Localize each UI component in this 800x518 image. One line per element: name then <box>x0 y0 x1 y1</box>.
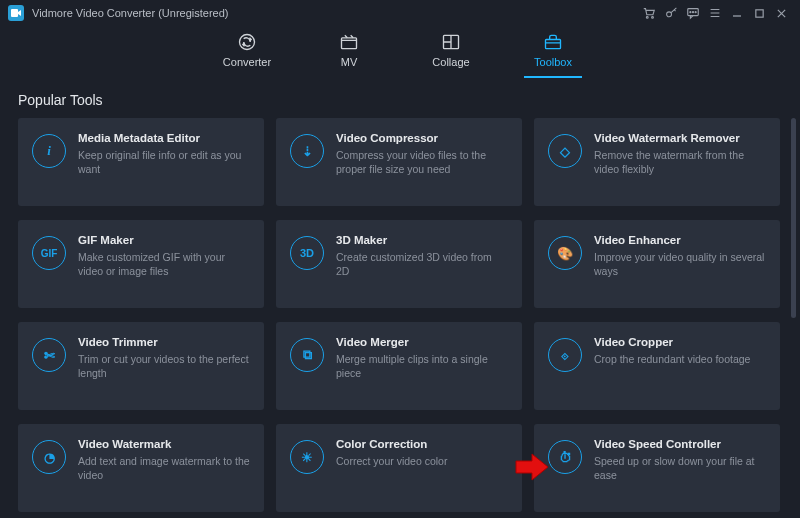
menu-icon[interactable] <box>704 2 726 24</box>
tool-title: Video Speed Controller <box>594 438 766 450</box>
svg-rect-0 <box>11 9 18 17</box>
svg-point-3 <box>666 11 671 16</box>
converter-icon <box>236 32 258 52</box>
nav-converter[interactable]: Converter <box>218 32 276 78</box>
tool-title: Video Enhancer <box>594 234 766 246</box>
svg-point-9 <box>240 35 255 50</box>
tool-desc: Add text and image watermark to the vide… <box>78 454 250 482</box>
nav-mv[interactable]: MV <box>320 32 378 78</box>
watermark-icon: ◔ <box>32 440 66 474</box>
gif-icon: GIF <box>32 236 66 270</box>
tool-media-metadata-editor[interactable]: i Media Metadata EditorKeep original fil… <box>18 118 264 206</box>
tool-title: Video Cropper <box>594 336 766 348</box>
app-logo-icon <box>8 5 24 21</box>
tool-desc: Compress your video files to the proper … <box>336 148 508 176</box>
tool-title: Color Correction <box>336 438 508 450</box>
tool-title: Video Merger <box>336 336 508 348</box>
cart-icon[interactable] <box>638 2 660 24</box>
nav-label: Toolbox <box>534 56 572 68</box>
info-icon: i <box>32 134 66 168</box>
collage-icon <box>440 32 462 52</box>
tool-video-watermark-remover[interactable]: ◇ Video Watermark RemoverRemove the wate… <box>534 118 780 206</box>
three-d-icon: 3D <box>290 236 324 270</box>
tool-video-merger[interactable]: ⧉ Video MergerMerge multiple clips into … <box>276 322 522 410</box>
tool-video-cropper[interactable]: ⟐ Video CropperCrop the redundant video … <box>534 322 780 410</box>
titlebar: Vidmore Video Converter (Unregistered) <box>0 0 800 26</box>
svg-point-5 <box>690 12 691 13</box>
compress-icon: ⇣ <box>290 134 324 168</box>
tool-desc: Correct your video color <box>336 454 508 468</box>
tool-title: Video Trimmer <box>78 336 250 348</box>
svg-point-7 <box>695 12 696 13</box>
tool-desc: Crop the redundant video footage <box>594 352 766 366</box>
tool-title: 3D Maker <box>336 234 508 246</box>
speed-icon: ⏱ <box>548 440 582 474</box>
svg-rect-8 <box>755 9 762 16</box>
merge-icon: ⧉ <box>290 338 324 372</box>
nav-label: Collage <box>432 56 469 68</box>
tool-desc: Trim or cut your videos to the perfect l… <box>78 352 250 380</box>
svg-rect-12 <box>546 40 561 49</box>
tool-desc: Merge multiple clips into a single piece <box>336 352 508 380</box>
tool-desc: Create customized 3D video from 2D <box>336 250 508 278</box>
tool-title: Video Watermark Remover <box>594 132 766 144</box>
nav-collage[interactable]: Collage <box>422 32 480 78</box>
svg-rect-10 <box>342 38 357 49</box>
tool-color-correction[interactable]: ☀ Color CorrectionCorrect your video col… <box>276 424 522 512</box>
scrollbar[interactable] <box>791 118 796 318</box>
tool-title: Video Compressor <box>336 132 508 144</box>
tool-gif-maker[interactable]: GIF GIF MakerMake customized GIF with yo… <box>18 220 264 308</box>
maximize-icon[interactable] <box>748 2 770 24</box>
color-icon: ☀ <box>290 440 324 474</box>
main-nav: Converter MV Collage Toolbox <box>0 26 800 78</box>
tools-grid: i Media Metadata EditorKeep original fil… <box>18 118 788 514</box>
nav-label: Converter <box>223 56 271 68</box>
tool-video-trimmer[interactable]: ✄ Video TrimmerTrim or cut your videos t… <box>18 322 264 410</box>
svg-point-1 <box>646 17 648 19</box>
scissors-icon: ✄ <box>32 338 66 372</box>
nav-toolbox[interactable]: Toolbox <box>524 32 582 78</box>
tool-desc: Speed up or slow down your file at ease <box>594 454 766 482</box>
mv-icon <box>338 32 360 52</box>
watermark-remove-icon: ◇ <box>548 134 582 168</box>
tool-desc: Make customized GIF with your video or i… <box>78 250 250 278</box>
tool-3d-maker[interactable]: 3D 3D MakerCreate customized 3D video fr… <box>276 220 522 308</box>
app-title: Vidmore Video Converter (Unregistered) <box>32 7 228 19</box>
close-icon[interactable] <box>770 2 792 24</box>
svg-point-2 <box>652 17 654 19</box>
tool-title: GIF Maker <box>78 234 250 246</box>
nav-label: MV <box>341 56 358 68</box>
tool-video-speed-controller[interactable]: ⏱ Video Speed ControllerSpeed up or slow… <box>534 424 780 512</box>
tool-desc: Keep original file info or edit as you w… <box>78 148 250 176</box>
svg-point-6 <box>692 12 693 13</box>
tool-desc: Remove the watermark from the video flex… <box>594 148 766 176</box>
tool-video-enhancer[interactable]: 🎨 Video EnhancerImprove your video quali… <box>534 220 780 308</box>
tool-desc: Improve your video quality in several wa… <box>594 250 766 278</box>
feedback-icon[interactable] <box>682 2 704 24</box>
enhance-icon: 🎨 <box>548 236 582 270</box>
minimize-icon[interactable] <box>726 2 748 24</box>
tool-title: Media Metadata Editor <box>78 132 250 144</box>
tool-video-watermark[interactable]: ◔ Video WatermarkAdd text and image wate… <box>18 424 264 512</box>
section-title: Popular Tools <box>0 78 800 118</box>
tool-video-compressor[interactable]: ⇣ Video CompressorCompress your video fi… <box>276 118 522 206</box>
crop-icon: ⟐ <box>548 338 582 372</box>
tool-title: Video Watermark <box>78 438 250 450</box>
key-icon[interactable] <box>660 2 682 24</box>
toolbox-icon <box>542 32 564 52</box>
